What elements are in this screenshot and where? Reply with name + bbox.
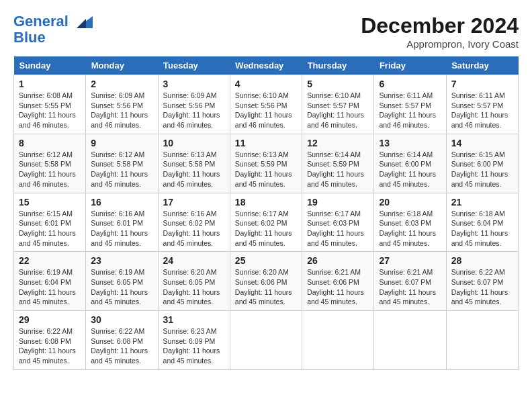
day-info: Sunrise: 6:17 AMSunset: 6:03 PMDaylight:… <box>307 210 364 247</box>
title-area: December 2024 Apprompron, Ivory Coast <box>361 13 519 50</box>
day-cell-13: 13 Sunrise: 6:14 AMSunset: 6:00 PMDaylig… <box>374 134 446 193</box>
day-info: Sunrise: 6:12 AMSunset: 5:58 PMDaylight:… <box>19 150 76 188</box>
day-number: 21 <box>451 197 513 208</box>
day-number: 4 <box>235 79 297 89</box>
day-number: 31 <box>163 314 225 325</box>
day-number: 15 <box>19 197 81 208</box>
day-number: 25 <box>235 255 297 266</box>
day-cell-9: 9 Sunrise: 6:12 AMSunset: 5:58 PMDayligh… <box>86 134 158 193</box>
logo-text: General <box>13 13 93 30</box>
day-info: Sunrise: 6:12 AMSunset: 5:58 PMDaylight:… <box>91 150 148 188</box>
day-cell-1: 1 Sunrise: 6:08 AMSunset: 5:55 PMDayligh… <box>14 75 86 134</box>
day-info: Sunrise: 6:11 AMSunset: 5:57 PMDaylight:… <box>451 91 508 129</box>
day-cell-28: 28 Sunrise: 6:22 AMSunset: 6:07 PMDaylig… <box>446 252 518 311</box>
day-info: Sunrise: 6:18 AMSunset: 6:03 PMDaylight:… <box>379 210 436 247</box>
col-header-tuesday: Tuesday <box>158 56 230 75</box>
day-number: 27 <box>379 255 441 266</box>
day-info: Sunrise: 6:10 AMSunset: 5:57 PMDaylight:… <box>307 91 364 129</box>
day-info: Sunrise: 6:19 AMSunset: 6:05 PMDaylight:… <box>91 268 148 306</box>
day-cell-5: 5 Sunrise: 6:10 AMSunset: 5:57 PMDayligh… <box>302 75 374 134</box>
day-info: Sunrise: 6:16 AMSunset: 6:02 PMDaylight:… <box>163 210 220 247</box>
day-cell-6: 6 Sunrise: 6:11 AMSunset: 5:57 PMDayligh… <box>374 75 446 134</box>
day-info: Sunrise: 6:11 AMSunset: 5:57 PMDaylight:… <box>379 91 436 129</box>
day-number: 18 <box>235 197 297 208</box>
day-number: 11 <box>235 138 297 148</box>
day-cell-16: 16 Sunrise: 6:16 AMSunset: 6:01 PMDaylig… <box>86 193 158 252</box>
day-number: 13 <box>379 138 441 148</box>
week-row-3: 15 Sunrise: 6:15 AMSunset: 6:01 PMDaylig… <box>14 193 519 252</box>
day-number: 5 <box>307 79 369 89</box>
day-cell-2: 2 Sunrise: 6:09 AMSunset: 5:56 PMDayligh… <box>86 75 158 134</box>
day-cell-11: 11 Sunrise: 6:13 AMSunset: 5:59 PMDaylig… <box>230 134 302 193</box>
week-row-5: 29 Sunrise: 6:22 AMSunset: 6:08 PMDaylig… <box>14 311 519 370</box>
day-info: Sunrise: 6:08 AMSunset: 5:55 PMDaylight:… <box>19 91 76 129</box>
day-cell-25: 25 Sunrise: 6:20 AMSunset: 6:06 PMDaylig… <box>230 252 302 311</box>
day-number: 17 <box>163 197 225 208</box>
day-info: Sunrise: 6:22 AMSunset: 6:08 PMDaylight:… <box>19 327 76 365</box>
day-cell-14: 14 Sunrise: 6:15 AMSunset: 6:00 PMDaylig… <box>446 134 518 193</box>
day-info: Sunrise: 6:15 AMSunset: 6:00 PMDaylight:… <box>451 150 508 188</box>
day-number: 29 <box>19 314 81 325</box>
day-info: Sunrise: 6:15 AMSunset: 6:01 PMDaylight:… <box>19 210 76 247</box>
page-header: General Blue December 2024 Apprompron, I… <box>13 13 519 50</box>
logo: General Blue <box>13 13 93 46</box>
day-number: 30 <box>91 314 152 325</box>
day-number: 9 <box>91 138 152 148</box>
day-info: Sunrise: 6:23 AMSunset: 6:09 PMDaylight:… <box>163 327 220 365</box>
empty-cell <box>374 311 446 370</box>
day-number: 14 <box>451 138 513 148</box>
day-cell-21: 21 Sunrise: 6:18 AMSunset: 6:04 PMDaylig… <box>446 193 518 252</box>
day-info: Sunrise: 6:20 AMSunset: 6:06 PMDaylight:… <box>235 268 292 306</box>
day-cell-31: 31 Sunrise: 6:23 AMSunset: 6:09 PMDaylig… <box>158 311 230 370</box>
day-cell-30: 30 Sunrise: 6:22 AMSunset: 6:08 PMDaylig… <box>86 311 158 370</box>
day-number: 6 <box>379 79 441 89</box>
calendar-table: SundayMondayTuesdayWednesdayThursdayFrid… <box>13 56 519 370</box>
day-info: Sunrise: 6:16 AMSunset: 6:01 PMDaylight:… <box>91 210 148 247</box>
week-row-1: 1 Sunrise: 6:08 AMSunset: 5:55 PMDayligh… <box>14 75 519 134</box>
day-number: 8 <box>19 138 81 148</box>
day-number: 20 <box>379 197 441 208</box>
day-cell-24: 24 Sunrise: 6:20 AMSunset: 6:05 PMDaylig… <box>158 252 230 311</box>
day-info: Sunrise: 6:17 AMSunset: 6:02 PMDaylight:… <box>235 210 292 247</box>
day-number: 7 <box>451 79 513 89</box>
day-cell-19: 19 Sunrise: 6:17 AMSunset: 6:03 PMDaylig… <box>302 193 374 252</box>
location-subtitle: Apprompron, Ivory Coast <box>361 38 519 50</box>
day-number: 10 <box>163 138 225 148</box>
day-info: Sunrise: 6:13 AMSunset: 5:59 PMDaylight:… <box>235 150 292 188</box>
day-cell-23: 23 Sunrise: 6:19 AMSunset: 6:05 PMDaylig… <box>86 252 158 311</box>
day-info: Sunrise: 6:19 AMSunset: 6:04 PMDaylight:… <box>19 268 76 306</box>
day-number: 19 <box>307 197 369 208</box>
svg-marker-1 <box>77 19 86 28</box>
month-title: December 2024 <box>361 13 519 38</box>
day-number: 23 <box>91 255 152 266</box>
day-cell-8: 8 Sunrise: 6:12 AMSunset: 5:58 PMDayligh… <box>14 134 86 193</box>
col-header-saturday: Saturday <box>446 56 518 75</box>
empty-cell <box>302 311 374 370</box>
header-row: SundayMondayTuesdayWednesdayThursdayFrid… <box>14 56 519 75</box>
week-row-2: 8 Sunrise: 6:12 AMSunset: 5:58 PMDayligh… <box>14 134 519 193</box>
day-number: 3 <box>163 79 225 89</box>
logo-icon <box>74 16 93 28</box>
day-info: Sunrise: 6:20 AMSunset: 6:05 PMDaylight:… <box>163 268 220 306</box>
day-number: 24 <box>163 255 225 266</box>
empty-cell <box>446 311 518 370</box>
col-header-monday: Monday <box>86 56 158 75</box>
day-info: Sunrise: 6:21 AMSunset: 6:06 PMDaylight:… <box>307 268 364 306</box>
col-header-sunday: Sunday <box>14 56 86 75</box>
day-number: 2 <box>91 79 152 89</box>
day-cell-22: 22 Sunrise: 6:19 AMSunset: 6:04 PMDaylig… <box>14 252 86 311</box>
day-number: 28 <box>451 255 513 266</box>
day-info: Sunrise: 6:22 AMSunset: 6:08 PMDaylight:… <box>91 327 148 365</box>
day-info: Sunrise: 6:09 AMSunset: 5:56 PMDaylight:… <box>91 91 148 129</box>
day-cell-10: 10 Sunrise: 6:13 AMSunset: 5:58 PMDaylig… <box>158 134 230 193</box>
day-info: Sunrise: 6:18 AMSunset: 6:04 PMDaylight:… <box>451 210 508 247</box>
day-cell-20: 20 Sunrise: 6:18 AMSunset: 6:03 PMDaylig… <box>374 193 446 252</box>
day-cell-4: 4 Sunrise: 6:10 AMSunset: 5:56 PMDayligh… <box>230 75 302 134</box>
day-number: 16 <box>91 197 152 208</box>
day-cell-3: 3 Sunrise: 6:09 AMSunset: 5:56 PMDayligh… <box>158 75 230 134</box>
day-cell-15: 15 Sunrise: 6:15 AMSunset: 6:01 PMDaylig… <box>14 193 86 252</box>
day-number: 1 <box>19 79 81 89</box>
day-number: 26 <box>307 255 369 266</box>
day-cell-27: 27 Sunrise: 6:21 AMSunset: 6:07 PMDaylig… <box>374 252 446 311</box>
week-row-4: 22 Sunrise: 6:19 AMSunset: 6:04 PMDaylig… <box>14 252 519 311</box>
